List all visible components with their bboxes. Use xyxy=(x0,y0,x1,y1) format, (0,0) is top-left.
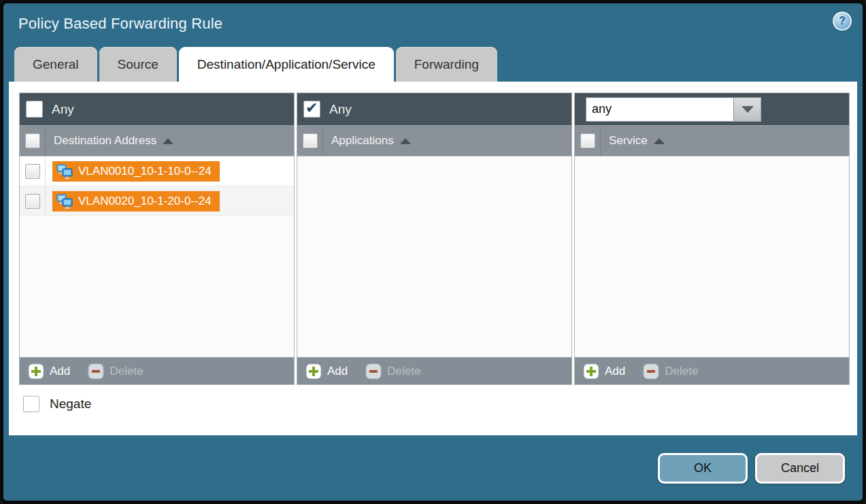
network-address-icon xyxy=(56,194,73,209)
service-dropdown-bar xyxy=(575,93,849,126)
add-label: Add xyxy=(605,365,625,378)
tab-destination-application-service[interactable]: Destination/Application/Service xyxy=(179,47,394,82)
tab-forwarding[interactable]: Forwarding xyxy=(396,47,497,82)
applications-select-all-checkbox[interactable] xyxy=(303,133,318,148)
applications-panel: Any Applications Add xyxy=(297,93,572,385)
destination-list: VLAN0010_10-1-10-0--24 xyxy=(20,156,294,357)
service-list xyxy=(575,156,849,357)
destination-row2-item[interactable]: VLAN0020_10-1-20-0--24 xyxy=(52,191,220,212)
applications-list xyxy=(297,156,571,357)
negate-label: Negate xyxy=(50,397,91,411)
applications-column-header[interactable]: Applications xyxy=(297,126,571,156)
destination-address-panel: Any Destination Address xyxy=(19,93,295,385)
delete-label: Delete xyxy=(387,365,420,378)
destination-row1-label: VLAN0010_10-1-10-0--24 xyxy=(78,165,212,178)
applications-any-bar: Any xyxy=(297,93,571,126)
negate-checkbox[interactable] xyxy=(23,396,39,412)
service-delete-button[interactable]: Delete xyxy=(643,363,698,380)
destination-any-bar: Any xyxy=(20,93,294,126)
add-label: Add xyxy=(327,365,348,378)
tab-bar: General Source Destination/Application/S… xyxy=(14,47,497,82)
negate-row: Negate xyxy=(23,396,91,412)
sort-up-icon xyxy=(400,138,411,144)
destination-any-checkbox[interactable] xyxy=(26,101,43,118)
chevron-down-icon xyxy=(742,106,754,113)
add-icon xyxy=(28,363,44,380)
applications-add-button[interactable]: Add xyxy=(305,363,348,380)
applications-header-label: Applications xyxy=(331,134,394,148)
tab-general[interactable]: General xyxy=(14,47,97,82)
destination-row1-checkbox[interactable] xyxy=(25,164,40,179)
service-panel: Service Add Dele xyxy=(574,93,850,385)
dialog-buttons: OK Cancel xyxy=(658,453,845,484)
destination-toolbar: Add Delete xyxy=(20,357,294,384)
dialog-title: Policy Based Forwarding Rule xyxy=(18,15,222,33)
delete-icon xyxy=(643,363,659,380)
delete-icon xyxy=(365,363,382,380)
service-dropdown-input[interactable] xyxy=(586,97,734,122)
service-dropdown-button[interactable] xyxy=(734,97,761,122)
destination-header-label: Destination Address xyxy=(54,134,156,148)
service-toolbar: Add Delete xyxy=(575,357,849,384)
applications-delete-button[interactable]: Delete xyxy=(365,363,420,380)
applications-toolbar: Add Delete xyxy=(297,357,571,384)
tab-source[interactable]: Source xyxy=(99,47,177,82)
destination-row2-checkbox[interactable] xyxy=(25,194,40,209)
add-icon xyxy=(583,363,599,380)
add-label: Add xyxy=(50,365,70,378)
tab-content: Any Destination Address xyxy=(9,82,857,435)
add-icon xyxy=(305,363,322,380)
network-address-icon xyxy=(56,164,73,179)
policy-based-forwarding-dialog: Policy Based Forwarding Rule ? General S… xyxy=(0,0,866,504)
delete-label: Delete xyxy=(665,365,698,378)
service-dropdown[interactable] xyxy=(586,97,761,122)
table-row: VLAN0010_10-1-10-0--24 xyxy=(20,156,294,186)
table-row: VLAN0020_10-1-20-0--24 xyxy=(20,186,294,216)
destination-row1-item[interactable]: VLAN0010_10-1-10-0--24 xyxy=(52,161,220,182)
delete-label: Delete xyxy=(110,365,143,378)
sort-up-icon xyxy=(163,138,173,144)
service-header-label: Service xyxy=(609,134,648,148)
cancel-button[interactable]: Cancel xyxy=(755,453,845,484)
service-column-header[interactable]: Service xyxy=(575,126,849,156)
destination-any-label: Any xyxy=(52,102,74,117)
service-add-button[interactable]: Add xyxy=(583,363,625,380)
applications-any-checkbox[interactable] xyxy=(303,101,320,118)
delete-icon xyxy=(88,363,104,380)
sort-up-icon xyxy=(654,138,665,144)
destination-select-all-checkbox[interactable] xyxy=(25,133,40,148)
destination-row2-label: VLAN0020_10-1-20-0--24 xyxy=(78,195,212,208)
destination-add-button[interactable]: Add xyxy=(28,363,70,380)
applications-any-label: Any xyxy=(329,102,352,117)
service-select-all-checkbox[interactable] xyxy=(580,133,595,148)
ok-button[interactable]: OK xyxy=(658,453,748,484)
destination-delete-button[interactable]: Delete xyxy=(88,363,143,380)
help-icon[interactable]: ? xyxy=(833,12,852,31)
destination-column-header[interactable]: Destination Address xyxy=(20,126,294,156)
